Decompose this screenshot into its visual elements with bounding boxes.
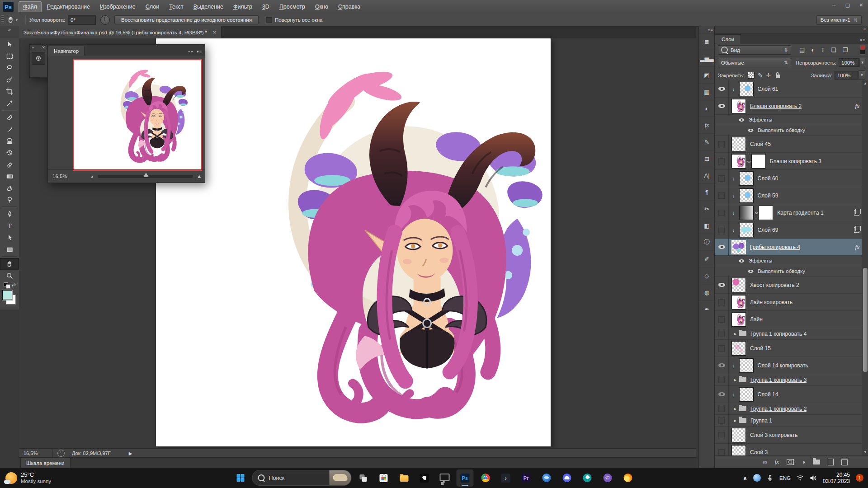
layer-row[interactable]: ↓Слой 14 bbox=[715, 386, 862, 403]
navigator-zoom-slider[interactable] bbox=[98, 175, 193, 178]
visibility-toggle[interactable] bbox=[718, 406, 725, 412]
visibility-eye-icon[interactable] bbox=[718, 104, 725, 108]
filter-adjustment-icon[interactable]: ◐ bbox=[811, 47, 815, 53]
layer-thumbnail[interactable] bbox=[731, 445, 746, 456]
visibility-toggle[interactable] bbox=[718, 158, 725, 164]
menu-Слои[interactable]: Слои bbox=[141, 1, 164, 12]
quick-select-tool[interactable] bbox=[0, 74, 19, 85]
taskbar-premiere[interactable]: Pr bbox=[518, 469, 535, 487]
layer-thumbnail[interactable] bbox=[739, 171, 754, 186]
angle-dial-icon[interactable] bbox=[100, 15, 110, 25]
blend-mode-dropdown[interactable]: Обычные ⇅ bbox=[718, 58, 791, 67]
swatches-panel-icon[interactable]: ▦ bbox=[699, 83, 715, 100]
visibility-eye-icon[interactable] bbox=[718, 283, 725, 287]
layer-row[interactable]: ↓∞Карта градиента 1 bbox=[715, 204, 862, 221]
visibility-toggle[interactable] bbox=[718, 192, 725, 199]
taskbar-app-media[interactable]: ♪ bbox=[497, 469, 514, 487]
layer-name[interactable]: Слой 69 bbox=[758, 227, 778, 233]
taskbar-app-black[interactable] bbox=[416, 469, 433, 487]
layer-group-row[interactable]: ►Группа 1 копировать 4 bbox=[715, 328, 862, 340]
layer-row[interactable]: Лайн bbox=[715, 311, 862, 328]
layers-tab[interactable]: Слои bbox=[715, 34, 741, 44]
layer-name[interactable]: Слой 15 bbox=[750, 345, 771, 352]
layer-name[interactable]: Карта градиента 1 bbox=[777, 210, 823, 216]
taskbar-start[interactable] bbox=[232, 469, 249, 487]
close-button[interactable]: ✕ bbox=[854, 0, 868, 10]
shape-tool[interactable] bbox=[0, 244, 19, 255]
new-group-icon[interactable] bbox=[813, 460, 820, 465]
slider-thumb[interactable] bbox=[143, 173, 149, 177]
layer-thumbnail[interactable] bbox=[739, 387, 754, 402]
type-tool[interactable]: T bbox=[0, 220, 19, 232]
stroke-effect-row[interactable]: Выполнить обводку bbox=[715, 125, 862, 136]
foreground-color-swatch[interactable] bbox=[2, 290, 12, 300]
layer-name[interactable]: Группа 1 копировать 3 bbox=[750, 377, 807, 383]
brush-tool[interactable] bbox=[0, 123, 19, 135]
filter-shape-icon[interactable]: ❏ bbox=[831, 47, 836, 53]
layer-thumbnail[interactable] bbox=[739, 223, 754, 237]
menu-Текст[interactable]: Текст bbox=[165, 1, 188, 12]
navigator-panel-icon[interactable]: ⊛ bbox=[32, 52, 45, 65]
navigator-zoom-field[interactable]: 16,5% bbox=[48, 174, 80, 179]
layers-collapse-icon[interactable]: » bbox=[715, 26, 868, 33]
eraser-tool[interactable] bbox=[0, 159, 19, 170]
layer-row[interactable]: ↓Слой 69 bbox=[715, 221, 862, 239]
layer-name[interactable]: Лайн копировать bbox=[750, 299, 793, 305]
layer-name[interactable]: Слой 60 bbox=[758, 175, 778, 182]
minimize-button[interactable]: ─ bbox=[827, 0, 841, 10]
layer-name[interactable]: Слой 59 bbox=[758, 192, 778, 199]
clone-source-panel-icon[interactable]: ⊟ bbox=[699, 150, 715, 167]
collapse-icons[interactable]: «« bbox=[188, 49, 193, 54]
language-indicator[interactable]: ENG bbox=[779, 475, 791, 481]
layer-name[interactable]: Слой 61 bbox=[758, 86, 778, 92]
rotate-view-tool-icon[interactable]: ▾ bbox=[7, 16, 18, 24]
layer-thumbnail[interactable] bbox=[731, 99, 746, 113]
hand-tool[interactable] bbox=[0, 258, 19, 270]
layer-name[interactable]: Хвост копировать 2 bbox=[750, 282, 799, 288]
filter-type-dropdown[interactable]: Вид ⇅ bbox=[718, 45, 791, 55]
color-guide-panel-icon[interactable]: ◍ bbox=[699, 284, 715, 300]
visibility-eye-icon[interactable] bbox=[739, 118, 745, 121]
taskbar-chrome[interactable] bbox=[477, 469, 494, 487]
taskbar-app-blue[interactable] bbox=[538, 469, 555, 487]
layer-fx-badge[interactable]: fx bbox=[855, 103, 859, 110]
layer-thumbnail[interactable] bbox=[739, 82, 754, 96]
visibility-toggle[interactable] bbox=[718, 418, 725, 424]
taskbar-viber[interactable]: ✆ bbox=[599, 469, 616, 487]
layer-name[interactable]: Грибы копировать 4 bbox=[750, 244, 800, 250]
visibility-toggle[interactable] bbox=[718, 210, 725, 216]
menu-Просмотр[interactable]: Просмотр bbox=[275, 1, 310, 12]
opacity-dropdown-icon[interactable]: ▼ bbox=[859, 58, 865, 67]
layer-name[interactable]: Слой 14 bbox=[758, 391, 778, 398]
healing-brush-tool[interactable] bbox=[0, 112, 19, 123]
visibility-eye-icon[interactable] bbox=[718, 245, 725, 249]
visibility-toggle[interactable] bbox=[718, 175, 725, 182]
layer-row[interactable]: Слой 3 копировать bbox=[715, 427, 862, 444]
info-panel-icon[interactable]: ⓘ bbox=[699, 234, 715, 250]
panel-menu-icon[interactable]: ▾≡ bbox=[197, 49, 202, 54]
menu-Редактирование[interactable]: Редактирование bbox=[42, 1, 94, 12]
wifi-icon[interactable] bbox=[797, 475, 804, 481]
filter-type-icon[interactable]: T bbox=[821, 47, 825, 53]
layer-thumbnail[interactable] bbox=[731, 154, 746, 169]
dock-collapse-icon[interactable]: «« bbox=[699, 26, 715, 33]
layer-row[interactable]: ↓Слой 61 bbox=[715, 80, 862, 98]
document-canvas[interactable] bbox=[156, 38, 551, 446]
styles-panel-icon[interactable]: fx bbox=[699, 117, 715, 133]
visibility-toggle[interactable] bbox=[718, 299, 725, 305]
layer-thumbnail[interactable] bbox=[731, 278, 746, 292]
new-layer-icon[interactable] bbox=[828, 459, 834, 465]
lock-all-icon[interactable] bbox=[776, 75, 780, 78]
menu-Окно[interactable]: Окно bbox=[311, 1, 333, 12]
layer-thumbnail[interactable] bbox=[731, 295, 746, 310]
layer-name[interactable]: Группа 1 копировать 2 bbox=[750, 406, 807, 412]
filter-pixel-icon[interactable]: ▤ bbox=[799, 47, 805, 53]
document-tab[interactable]: ЗаказБлашиФутболкаФиналка.psd @ 16,5% (Г… bbox=[19, 26, 222, 38]
layer-fx-badge[interactable]: fx bbox=[855, 244, 859, 251]
lock-transparency-icon[interactable] bbox=[748, 72, 755, 79]
taskbar-file-explorer[interactable] bbox=[396, 469, 413, 487]
visibility-toggle[interactable] bbox=[718, 316, 725, 323]
status-menu-arrow[interactable]: ▶ bbox=[129, 451, 132, 456]
gradient-tool[interactable] bbox=[0, 170, 19, 182]
maximize-button[interactable]: ▢ bbox=[841, 0, 854, 10]
